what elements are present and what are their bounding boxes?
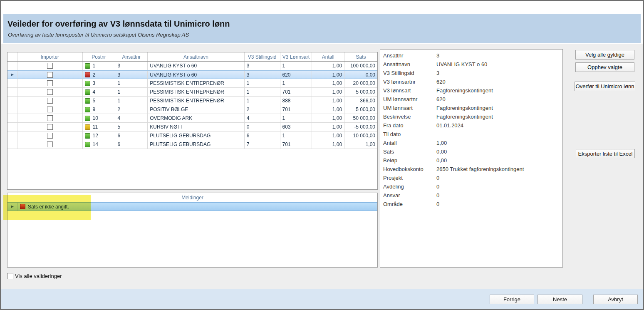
ansattnr-cell: 2 [115,105,148,114]
detail-row: Ansattnr3 [383,51,562,60]
ansattnavn-cell: KURSIV NØTT [148,123,244,131]
row-selector-cell [7,97,17,105]
sats-cell: 1,00 [344,140,377,149]
detail-label: Avdeling [383,184,436,190]
ansattnr-cell: 4 [115,114,148,122]
ansattnavn-cell: UVANLIG KYST o 60 [148,71,244,79]
previous-button[interactable]: Forrige [490,295,534,304]
column-header-v3-stillingsid[interactable]: V3 Stillingsid [245,52,280,61]
import-checkbox[interactable] [47,133,53,139]
import-checkbox[interactable] [47,141,53,147]
table-row[interactable]: 92POSITIV BØLGE27011,005 000,00 [7,105,377,114]
detail-label: Antall [383,140,436,146]
sats-cell: 100 000,00 [344,62,377,70]
import-checkbox[interactable] [47,124,53,130]
detail-label: Beskrivelse [383,114,436,120]
status-yellow-icon [85,124,90,130]
table-row[interactable]: 126PLUTSELIG GEBURSDAG611,0010 000,00 [7,131,377,140]
message-row[interactable]: ▶Sats er ikke angitt. [7,202,377,211]
stillingsid-cell: 1 [245,88,280,96]
lonnsart-cell: 1 [280,114,312,122]
status-green-icon [85,107,90,112]
column-header-antall[interactable]: Antall [312,52,344,61]
column-header-postnr[interactable]: Postnr [83,52,116,61]
import-checkbox[interactable] [47,98,53,104]
postnr-value: 1 [93,63,96,69]
antall-cell: 1,00 [312,114,344,122]
import-checkbox[interactable] [47,107,53,112]
table-row[interactable]: ▶23UVANLIG KYST o 6036201,000,00 [7,70,377,79]
main-area: ImporterPostnrAnsattnrAnsattnavnV3 Still… [1,44,643,289]
sats-cell: 5 000,00 [344,105,377,114]
status-green-icon [85,133,90,139]
title-bar-area [1,1,643,14]
postnr-cell: 2 [83,71,116,79]
row-selector-cell [7,105,17,114]
table-row[interactable]: 13UVANLIG KYST o 60311,00100 000,00 [7,62,377,70]
stillingsid-cell: 3 [245,71,280,79]
select-all-valid-button[interactable]: Velg alle gyldige [575,50,634,60]
antall-cell: 1,00 [312,62,344,70]
stillingsid-cell: 4 [245,114,280,122]
status-green-icon [85,116,90,121]
status-green-icon [85,89,90,95]
antall-cell: 1,00 [312,140,344,149]
detail-value: Fagforeningskontingent [436,105,493,111]
importer-cell [17,62,83,70]
ansattnr-cell: 3 [115,62,148,70]
antall-cell: 1,00 [312,131,344,140]
messages-column-header[interactable]: Meldinger [7,193,377,202]
column-header-ansattnr[interactable]: Ansattnr [115,52,148,61]
detail-value: 0 [436,184,439,190]
detail-row: UM lønnsartnr620 [383,95,562,104]
postnr-cell: 5 [83,97,116,105]
import-checkbox[interactable] [47,63,53,69]
detail-row: Hovedbokskonto2650 Trukket fagforeningsk… [383,165,562,174]
show-all-validations-checkbox[interactable] [7,273,13,279]
ansattnr-cell: 1 [115,88,148,96]
export-to-excel-button[interactable]: Eksporter liste til Excel [576,149,635,158]
transfer-to-unimicro-button[interactable]: Overfør til Unimicro lønn [575,82,635,91]
lonnsart-cell: 620 [280,71,312,79]
ansattnr-cell: 3 [115,71,148,79]
lonnsart-cell: 701 [280,140,312,149]
detail-label: UM lønnsartnr [383,96,436,102]
detail-value: 3 [436,52,439,59]
column-header-importer[interactable]: Importer [17,52,83,61]
column-header-sats[interactable]: Sats [344,52,377,61]
column-header-ansattnavn[interactable]: Ansattnavn [148,52,244,61]
page-subtitle: Overføring av faste lønnsposter til Unim… [8,32,641,38]
detail-value: 1,00 [436,140,447,146]
postnr-value: 12 [93,133,98,139]
next-button[interactable]: Neste [537,295,582,304]
table-row[interactable]: 104OVERMODIG ARK411,0050 000,00 [7,114,377,123]
importer-cell [17,123,83,131]
detail-row: AnsattnavnUVANLIG KYST o 60 [383,60,562,69]
page-title: Veileder for overføring av V3 lønnsdata … [7,19,641,29]
cancel-button[interactable]: Avbryt [593,295,638,304]
selected-row-arrow-icon: ▶ [11,73,14,77]
table-row[interactable]: 146PLUTSELIG GEBURSDAG77011,001,00 [7,140,377,149]
importer-cell [17,105,83,114]
table-row[interactable]: 51PESSIMISTISK ENTREPRENØR18881,00366,00 [7,97,377,105]
deselect-selected-button[interactable]: Opphev valgte [575,62,634,72]
detail-row: UM lønnsartFagforeningskontingent [383,104,562,112]
status-green-icon [85,81,90,86]
import-checkbox[interactable] [47,80,53,86]
table-row[interactable]: 115KURSIV NØTT06031,00-5 000,00 [7,123,377,131]
stillingsid-cell: 3 [245,62,280,70]
detail-row: Avdeling0 [383,182,562,191]
detail-value: 0 [436,192,439,198]
import-checkbox[interactable] [47,89,53,95]
detail-value: UVANLIG KYST o 60 [436,61,487,67]
column-header-v3-l-nnsart[interactable]: V3 Lønnsart [280,52,312,61]
ansattnavn-cell: UVANLIG KYST o 60 [148,62,244,70]
table-row[interactable]: 41PESSIMISTISK ENTREPRENØR17011,005 000,… [7,88,377,97]
detail-row: V3 lønnsartFagforeningskontingent [383,86,562,95]
import-checkbox[interactable] [47,115,53,121]
table-row[interactable]: 31PESSIMISTISK ENTREPRENØR111,0020 000,0… [7,79,377,88]
sats-cell: 20 000,00 [344,79,377,87]
detail-row: V3 Stillingsid3 [383,69,562,77]
import-checkbox[interactable] [47,72,53,78]
detail-label: Hovedbokskonto [383,166,436,172]
